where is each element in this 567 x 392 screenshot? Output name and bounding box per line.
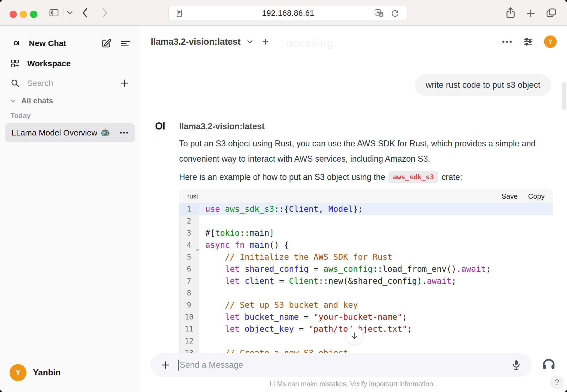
forward-icon[interactable] xyxy=(100,7,109,19)
inline-code-chip: aws_sdk_s3 xyxy=(388,171,438,183)
sidebar: OI New Chat Workspace Search xyxy=(0,26,141,392)
reload-icon[interactable] xyxy=(391,9,399,18)
main-chat-area: ucessing. llama3.2-vision:latest Y write… xyxy=(141,26,567,392)
chat-title[interactable]: LLama Model Overview xyxy=(11,128,97,137)
assistant-model-name: llama3.2-vision:latest xyxy=(179,122,265,131)
date-section-label: Today xyxy=(0,110,141,121)
code-line: 5 // Initialize the AWS SDK for Rust xyxy=(179,251,553,263)
workspace-grid-icon xyxy=(10,59,20,68)
sidebar-toggle-icon[interactable] xyxy=(48,7,60,18)
sidebar-item-workspace[interactable]: Workspace xyxy=(0,56,141,71)
code-line: 7 let client = Client::new(&shared_confi… xyxy=(179,275,553,287)
new-chat-icon[interactable] xyxy=(101,38,112,49)
all-chats-label[interactable]: All chats xyxy=(21,97,53,105)
microphone-icon[interactable] xyxy=(511,359,522,371)
code-line: 6 let shared_config = aws_config::load_f… xyxy=(179,263,553,275)
browser-toolbar: 192.168.86.61 Ax xyxy=(0,0,567,26)
attach-plus-icon[interactable] xyxy=(160,360,171,370)
assistant-avatar: OI xyxy=(155,120,165,132)
browser-window: 192.168.86.61 Ax OI New Chat xyxy=(0,0,567,392)
robot-emoji xyxy=(101,128,110,137)
tab-overview-icon[interactable] xyxy=(545,7,557,19)
user-avatar[interactable]: Y xyxy=(10,364,26,381)
message-composer[interactable]: Send a Message xyxy=(150,353,532,377)
sidebar-menu-icon[interactable] xyxy=(120,39,131,48)
header-user-avatar[interactable]: Y xyxy=(544,35,557,48)
new-chat-row[interactable]: OI New Chat xyxy=(0,36,141,51)
code-language-label: rust xyxy=(187,192,198,200)
scroll-to-bottom-button[interactable] xyxy=(345,327,363,345)
zoom-window-button[interactable] xyxy=(30,11,37,18)
new-chat-label[interactable]: New Chat xyxy=(29,39,66,48)
search-add-icon[interactable] xyxy=(119,78,130,88)
help-button[interactable]: ? xyxy=(550,375,564,389)
search-input[interactable]: Search xyxy=(27,79,53,88)
new-model-plus-icon[interactable] xyxy=(261,37,270,46)
openwebui-logo: OI xyxy=(10,37,23,50)
assistant-paragraph-2: Here is an example of how to put an S3 o… xyxy=(179,171,462,183)
code-line: 4async fn main() { xyxy=(179,239,553,251)
model-selector[interactable]: llama3.2-vision:latest xyxy=(151,37,240,47)
chat-more-icon[interactable] xyxy=(502,40,512,44)
code-line: 11 let object_key = "path/to/object.txt"… xyxy=(179,323,553,335)
user-message-bubble: write rust code to put s3 object xyxy=(415,74,551,96)
save-button[interactable]: Save xyxy=(502,192,518,201)
controls-sliders-icon[interactable] xyxy=(523,37,534,47)
text-cursor xyxy=(178,360,179,370)
svg-text:x: x xyxy=(380,13,382,17)
code-line: 1use aws_sdk_s3::{Client, Model}; xyxy=(179,203,553,215)
new-tab-icon[interactable] xyxy=(526,8,536,19)
assistant-paragraph: To put an S3 object using Rust, you can … xyxy=(179,136,557,166)
code-line: 2 xyxy=(179,215,553,227)
url-text[interactable]: 192.168.86.61 xyxy=(169,9,408,18)
model-chevron-down-icon[interactable] xyxy=(246,39,254,44)
toolbar-divider xyxy=(63,8,64,18)
search-icon xyxy=(10,79,20,88)
chevron-down-icon xyxy=(10,98,16,103)
chat-header: llama3.2-vision:latest Y xyxy=(141,26,567,58)
user-name[interactable]: Yanbin xyxy=(33,368,61,378)
scrollbar-thumb[interactable] xyxy=(562,82,566,110)
workspace-label[interactable]: Workspace xyxy=(27,59,71,68)
address-bar[interactable]: 192.168.86.61 Ax xyxy=(168,6,408,20)
all-chats-row[interactable]: All chats xyxy=(0,94,141,107)
code-block: rust Save Copy 1use aws_sdk_s3::{Client,… xyxy=(179,189,553,355)
sidebar-user-row[interactable]: Y Yanbin xyxy=(0,364,141,381)
code-lines: 1use aws_sdk_s3::{Client, Model};23#[tok… xyxy=(179,203,553,355)
toolbar-chevron-down-icon[interactable] xyxy=(66,10,74,16)
disclaimer-text: LLMs can make mistakes. Verify important… xyxy=(179,380,525,388)
search-row[interactable]: Search xyxy=(0,76,141,91)
code-line: 9 // Set up S3 bucket and key xyxy=(179,299,553,311)
code-line: 12 xyxy=(179,335,553,347)
sidebar-chat-item[interactable]: LLama Model Overview xyxy=(5,123,135,142)
share-icon[interactable] xyxy=(505,7,516,19)
message-input[interactable]: Send a Message xyxy=(180,360,243,370)
minimize-window-button[interactable] xyxy=(20,11,27,18)
code-line: 3#[tokio::main] xyxy=(179,227,553,239)
translate-icon[interactable]: Ax xyxy=(374,9,384,18)
headphones-voice-icon[interactable] xyxy=(541,357,556,373)
close-window-button[interactable] xyxy=(10,11,17,18)
copy-button[interactable]: Copy xyxy=(528,192,545,201)
code-line: 8 xyxy=(179,287,553,299)
chat-options-icon[interactable] xyxy=(119,131,129,135)
back-icon[interactable] xyxy=(81,7,90,19)
code-block-header: rust Save Copy xyxy=(179,189,553,203)
code-line: 10 let bucket_name = "your-bucket-name"; xyxy=(179,311,553,323)
